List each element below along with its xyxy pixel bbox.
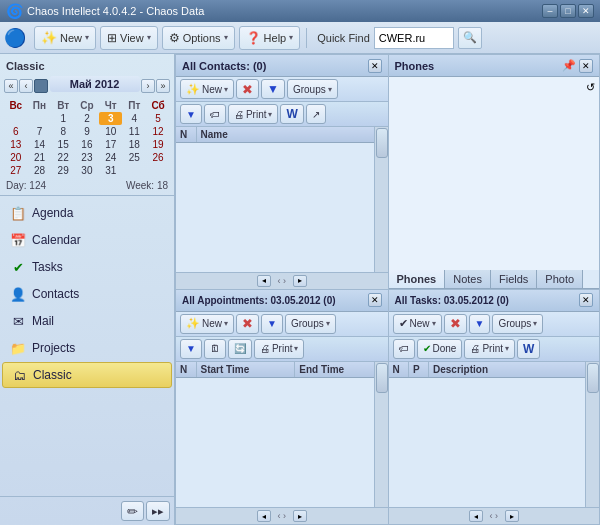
contacts-export-button[interactable]: ↗ xyxy=(306,104,326,124)
appt-print-button[interactable]: 🖨 Print ▾ xyxy=(254,339,305,359)
new-button[interactable]: ✨ New ▾ xyxy=(34,26,96,50)
appt-scroll-right[interactable]: ▸ xyxy=(293,510,307,522)
tab-photo[interactable]: Photo xyxy=(537,270,583,288)
sidebar-item-contacts[interactable]: 👤 Contacts xyxy=(2,281,172,307)
sidebar-item-agenda[interactable]: 📋 Agenda xyxy=(2,200,172,226)
cal-day[interactable]: 10 xyxy=(99,125,123,138)
contacts-groups-button[interactable]: Groups ▾ xyxy=(287,79,338,99)
cal-day[interactable]: 9 xyxy=(75,125,99,138)
contacts-print-button[interactable]: 🖨 Print ▾ xyxy=(228,104,279,124)
appt-sync-button[interactable]: 🔄 xyxy=(228,339,252,359)
help-button[interactable]: ❓ Help ▾ xyxy=(239,26,301,50)
phones-close-button[interactable]: ✕ xyxy=(579,59,593,73)
cal-day[interactable]: 16 xyxy=(75,138,99,151)
cal-day[interactable]: 4 xyxy=(122,112,146,125)
appt-scroll-thumb[interactable] xyxy=(376,363,388,393)
contacts-scroll-right[interactable]: ▸ xyxy=(293,275,307,287)
contacts-scroll-left[interactable]: ◂ xyxy=(257,275,271,287)
sidebar-item-classic[interactable]: 🗂 Classic xyxy=(2,362,172,388)
cal-next-year[interactable]: » xyxy=(156,79,170,93)
tasks-scroll-left[interactable]: ◂ xyxy=(469,510,483,522)
contacts-filter2-button[interactable]: ▼ xyxy=(180,104,202,124)
tasks-close-button[interactable]: ✕ xyxy=(579,293,593,307)
quick-find-input[interactable] xyxy=(374,27,454,49)
phones-pin-button[interactable]: 📌 xyxy=(562,59,576,73)
tab-phones[interactable]: Phones xyxy=(389,270,446,288)
sidebar-item-projects[interactable]: 📁 Projects xyxy=(2,335,172,361)
appointments-close-button[interactable]: ✕ xyxy=(368,293,382,307)
cal-next-month[interactable]: › xyxy=(141,79,155,93)
cal-day[interactable]: 15 xyxy=(51,138,75,151)
cal-day[interactable]: 26 xyxy=(146,151,170,164)
cal-prev-month[interactable]: ‹ xyxy=(19,79,33,93)
appt-delete-button[interactable]: ✖ xyxy=(236,314,259,334)
search-button[interactable]: 🔍 xyxy=(458,27,482,49)
edit-footer-btn[interactable]: ✏ xyxy=(121,501,144,521)
contacts-tag-button[interactable]: 🏷 xyxy=(204,104,226,124)
tasks-done-button[interactable]: ✔ Done xyxy=(417,339,463,359)
tasks-scrollbar[interactable] xyxy=(585,362,599,508)
cal-day[interactable]: 5 xyxy=(146,112,170,125)
contacts-delete-button[interactable]: ✖ xyxy=(236,79,259,99)
cal-mode-btn[interactable] xyxy=(34,79,48,93)
sidebar-item-tasks[interactable]: ✔ Tasks xyxy=(2,254,172,280)
appt-new-button[interactable]: ✨ New ▾ xyxy=(180,314,234,334)
tasks-delete-button[interactable]: ✖ xyxy=(444,314,467,334)
cal-day[interactable]: 13 xyxy=(4,138,28,151)
tasks-tag-button[interactable]: 🏷 xyxy=(393,339,415,359)
close-button[interactable]: ✕ xyxy=(578,4,594,18)
tasks-new-button[interactable]: ✔ New ▾ xyxy=(393,314,442,334)
tasks-filter-button[interactable]: ▼ xyxy=(469,314,491,334)
nav-options-btn[interactable]: ▸▸ xyxy=(146,501,170,521)
contacts-filter-button[interactable]: ▼ xyxy=(261,79,285,99)
appt-groups-button[interactable]: Groups ▾ xyxy=(285,314,336,334)
tasks-groups-button[interactable]: Groups ▾ xyxy=(492,314,543,334)
cal-day[interactable]: 31 xyxy=(99,164,123,177)
tasks-word-button[interactable]: W xyxy=(517,339,540,359)
appt-tag-button[interactable]: 🗓 xyxy=(204,339,226,359)
contacts-scroll-thumb[interactable] xyxy=(376,128,388,158)
cal-day[interactable]: 8 xyxy=(51,125,75,138)
cal-day[interactable]: 23 xyxy=(75,151,99,164)
cal-day[interactable]: 19 xyxy=(146,138,170,151)
cal-day[interactable]: 14 xyxy=(28,138,52,151)
cal-day[interactable]: 29 xyxy=(51,164,75,177)
tasks-scroll-right[interactable]: ▸ xyxy=(505,510,519,522)
sidebar-item-calendar[interactable]: 📅 Calendar xyxy=(2,227,172,253)
cal-day[interactable]: 25 xyxy=(122,151,146,164)
maximize-button[interactable]: □ xyxy=(560,4,576,18)
contacts-scrollbar[interactable] xyxy=(374,127,388,272)
cal-day[interactable]: 7 xyxy=(28,125,52,138)
cal-day[interactable]: 12 xyxy=(146,125,170,138)
cal-day[interactable]: 24 xyxy=(99,151,123,164)
contacts-close-button[interactable]: ✕ xyxy=(368,59,382,73)
appt-filter2-button[interactable]: ▼ xyxy=(180,339,202,359)
tab-fields[interactable]: Fields xyxy=(491,270,537,288)
tasks-print-button[interactable]: 🖨 Print ▾ xyxy=(464,339,515,359)
cal-day[interactable]: 17 xyxy=(99,138,123,151)
view-button[interactable]: ⊞ View ▾ xyxy=(100,26,158,50)
contacts-new-button[interactable]: ✨ New ▾ xyxy=(180,79,234,99)
cal-day[interactable]: 18 xyxy=(122,138,146,151)
cal-day[interactable]: 21 xyxy=(28,151,52,164)
cal-day[interactable]: 28 xyxy=(28,164,52,177)
cal-day[interactable]: 2 xyxy=(75,112,99,125)
options-button[interactable]: ⚙ Options ▾ xyxy=(162,26,235,50)
cal-day[interactable]: 27 xyxy=(4,164,28,177)
cal-day[interactable]: 11 xyxy=(122,125,146,138)
tab-notes[interactable]: Notes xyxy=(445,270,491,288)
cal-day[interactable]: 6 xyxy=(4,125,28,138)
minimize-button[interactable]: – xyxy=(542,4,558,18)
sidebar-item-mail[interactable]: ✉ Mail xyxy=(2,308,172,334)
appt-scroll-left[interactable]: ◂ xyxy=(257,510,271,522)
tasks-scroll-thumb[interactable] xyxy=(587,363,599,393)
cal-prev-year[interactable]: « xyxy=(4,79,18,93)
cal-day[interactable]: 30 xyxy=(75,164,99,177)
appt-filter-button[interactable]: ▼ xyxy=(261,314,283,334)
cal-day[interactable]: 20 xyxy=(4,151,28,164)
cal-day[interactable]: 1 xyxy=(51,112,75,125)
appointments-scrollbar[interactable] xyxy=(374,362,388,508)
cal-day[interactable]: 3 xyxy=(99,112,123,125)
contacts-word-button[interactable]: W xyxy=(280,104,303,124)
cal-day[interactable]: 22 xyxy=(51,151,75,164)
